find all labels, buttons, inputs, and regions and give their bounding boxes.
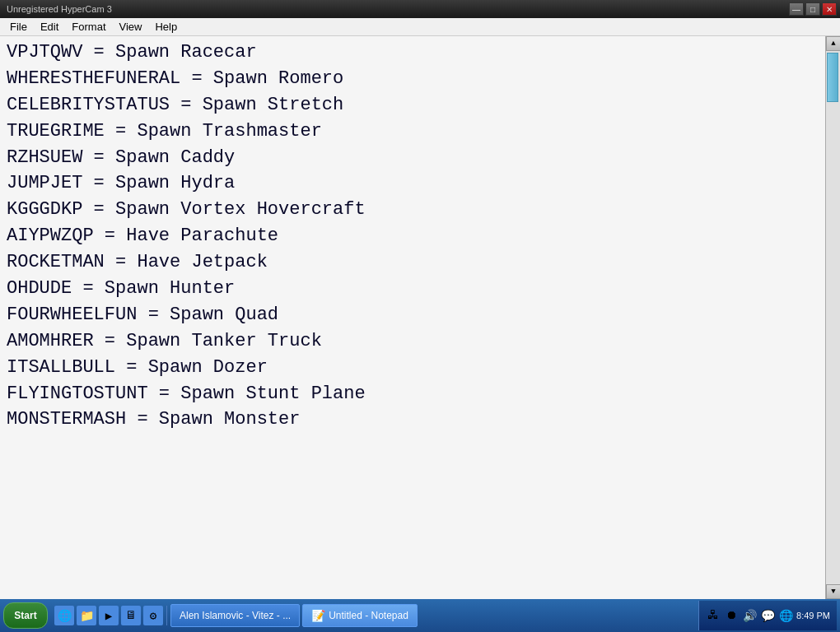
tray-icon-misc1[interactable]: 💬 [760,608,775,623]
menu-edit[interactable]: Edit [34,19,65,35]
maximize-button[interactable]: □ [805,2,820,16]
folder-icon[interactable]: 📁 [77,606,96,625]
extra-icon2[interactable]: ⚙ [143,606,163,625]
taskbar-window-other[interactable]: Alen Islamovic - Vitez - ... [170,604,300,627]
scroll-up-arrow[interactable]: ▲ [826,36,840,51]
ie-icon[interactable]: 🌐 [54,606,74,625]
minimize-button[interactable]: — [789,2,804,16]
window-notepad-label: Untitled - Notepad [329,610,408,621]
scrollbar-track[interactable] [826,51,840,584]
system-tray: 🖧 ⏺ 🔊 💬 🌐 8:49 PM [698,601,837,630]
tray-icon-volume[interactable]: 🔊 [742,608,757,623]
notepad-window: VPJTQWV = Spawn Racecar WHERESTHEFUNERAL… [0,36,840,599]
menu-file[interactable]: File [3,19,34,35]
extra-icon[interactable]: 🖥 [121,606,141,625]
scrollbar-thumb[interactable] [827,53,838,102]
window-other-label: Alen Islamovic - Vitez - ... [180,610,291,621]
title-bar-buttons: — □ ✕ [789,2,837,16]
close-button[interactable]: ✕ [822,2,837,16]
title-bar-title: Unregistered HyperCam 3 [3,4,112,14]
menu-help[interactable]: Help [148,19,184,35]
vertical-scrollbar[interactable]: ▲ ▼ [825,36,840,599]
taskbar-window-notepad[interactable]: 📝 Untitled - Notepad [302,604,418,627]
text-content[interactable]: VPJTQWV = Spawn Racecar WHERESTHEFUNERAL… [0,36,825,599]
tray-icon-network[interactable]: 🖧 [706,608,721,623]
tray-icon-record[interactable]: ⏺ [724,608,739,623]
start-button[interactable]: Start [3,602,48,629]
menu-view[interactable]: View [113,19,149,35]
quick-launch: 🌐 📁 ▶ 🖥 ⚙ [51,606,167,625]
start-label: Start [14,610,36,621]
menu-format[interactable]: Format [65,19,112,35]
title-bar: Unregistered HyperCam 3 — □ ✕ [0,0,840,18]
tray-icon-misc2[interactable]: 🌐 [778,608,793,623]
scroll-down-arrow[interactable]: ▼ [826,584,840,599]
taskbar-windows: Alen Islamovic - Vitez - ... 📝 Untitled … [170,604,695,627]
media-icon[interactable]: ▶ [99,606,119,625]
system-clock: 8:49 PM [796,610,830,621]
menu-bar: File Edit Format View Help [0,18,840,36]
taskbar: Start 🌐 📁 ▶ 🖥 ⚙ Alen Islamovic - Vitez -… [0,599,840,632]
